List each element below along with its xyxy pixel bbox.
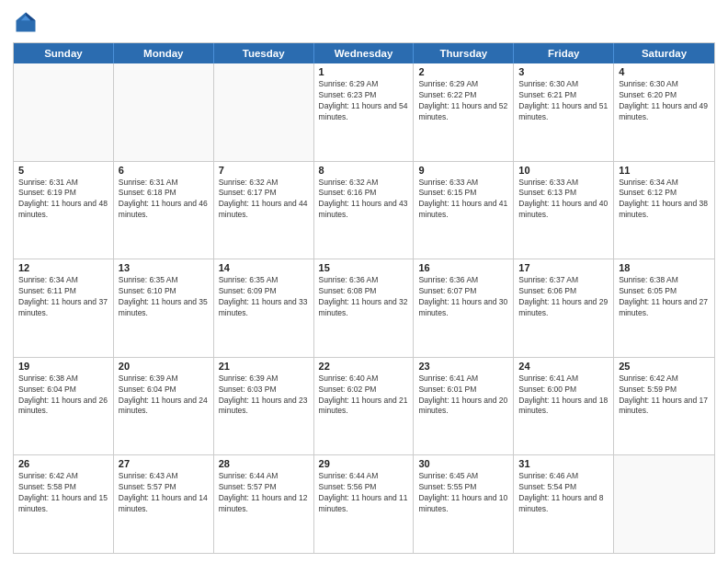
cell-info: Sunrise: 6:39 AMSunset: 6:03 PMDaylight:…: [219, 373, 309, 418]
day-number: 7: [219, 165, 309, 176]
cell-info: Sunrise: 6:41 AMSunset: 6:00 PMDaylight:…: [518, 373, 609, 418]
calendar-cell: 24Sunrise: 6:41 AMSunset: 6:00 PMDayligh…: [514, 358, 614, 455]
calendar-cell: 23Sunrise: 6:41 AMSunset: 6:01 PMDayligh…: [414, 358, 514, 455]
cell-info: Sunrise: 6:42 AMSunset: 5:58 PMDaylight:…: [18, 471, 108, 515]
cell-info: Sunrise: 6:37 AMSunset: 6:06 PMDaylight:…: [518, 275, 609, 319]
day-number: 15: [319, 262, 409, 273]
calendar-cell: [14, 63, 114, 161]
calendar-cell: 18Sunrise: 6:38 AMSunset: 6:05 PMDayligh…: [614, 259, 714, 357]
calendar-cell: [114, 63, 214, 161]
calendar-cell: 27Sunrise: 6:43 AMSunset: 5:57 PMDayligh…: [114, 455, 214, 553]
cell-info: Sunrise: 6:40 AMSunset: 6:02 PMDaylight:…: [319, 373, 409, 418]
cell-info: Sunrise: 6:46 AMSunset: 5:54 PMDaylight:…: [518, 471, 609, 515]
day-number: 4: [619, 66, 710, 77]
cell-info: Sunrise: 6:38 AMSunset: 6:04 PMDaylight:…: [18, 373, 108, 418]
cell-info: Sunrise: 6:35 AMSunset: 6:10 PMDaylight:…: [119, 275, 209, 319]
calendar-cell: 19Sunrise: 6:38 AMSunset: 6:04 PMDayligh…: [14, 358, 114, 455]
calendar-cell: 20Sunrise: 6:39 AMSunset: 6:04 PMDayligh…: [114, 358, 214, 455]
day-number: 31: [518, 458, 609, 469]
cell-info: Sunrise: 6:44 AMSunset: 5:57 PMDaylight:…: [219, 471, 309, 515]
calendar-cell: 4Sunrise: 6:30 AMSunset: 6:20 PMDaylight…: [614, 63, 714, 161]
cell-info: Sunrise: 6:34 AMSunset: 6:11 PMDaylight:…: [18, 275, 108, 319]
day-number: 18: [619, 262, 710, 273]
cell-info: Sunrise: 6:39 AMSunset: 6:04 PMDaylight:…: [119, 373, 209, 418]
cell-info: Sunrise: 6:33 AMSunset: 6:13 PMDaylight:…: [518, 178, 609, 222]
day-number: 8: [319, 165, 409, 176]
day-number: 22: [319, 361, 409, 372]
calendar-cell: 16Sunrise: 6:36 AMSunset: 6:07 PMDayligh…: [414, 259, 514, 357]
cell-info: Sunrise: 6:32 AMSunset: 6:16 PMDaylight:…: [319, 178, 409, 222]
cell-info: Sunrise: 6:44 AMSunset: 5:56 PMDaylight:…: [319, 471, 409, 515]
calendar-cell: [614, 455, 714, 553]
calendar-cell: 28Sunrise: 6:44 AMSunset: 5:57 PMDayligh…: [214, 455, 314, 553]
day-number: 28: [219, 458, 309, 469]
day-number: 26: [18, 458, 108, 469]
cell-info: Sunrise: 6:42 AMSunset: 5:59 PMDaylight:…: [619, 373, 710, 418]
calendar-cell: 9Sunrise: 6:33 AMSunset: 6:15 PMDaylight…: [414, 162, 514, 259]
weekday-header: Saturday: [614, 43, 714, 63]
calendar-cell: 12Sunrise: 6:34 AMSunset: 6:11 PMDayligh…: [14, 259, 114, 357]
day-number: 17: [518, 262, 609, 273]
day-number: 20: [119, 361, 209, 372]
cell-info: Sunrise: 6:35 AMSunset: 6:09 PMDaylight:…: [219, 275, 309, 319]
calendar-cell: 30Sunrise: 6:45 AMSunset: 5:55 PMDayligh…: [414, 455, 514, 553]
cell-info: Sunrise: 6:36 AMSunset: 6:08 PMDaylight:…: [319, 275, 409, 319]
calendar-row: 12Sunrise: 6:34 AMSunset: 6:11 PMDayligh…: [14, 259, 714, 357]
day-number: 29: [319, 458, 409, 469]
day-number: 19: [18, 361, 108, 372]
page: SundayMondayTuesdayWednesdayThursdayFrid…: [0, 0, 728, 563]
cell-info: Sunrise: 6:32 AMSunset: 6:17 PMDaylight:…: [219, 178, 309, 222]
calendar: SundayMondayTuesdayWednesdayThursdayFrid…: [13, 42, 715, 554]
weekday-header: Wednesday: [314, 43, 415, 63]
cell-info: Sunrise: 6:36 AMSunset: 6:07 PMDaylight:…: [418, 275, 508, 319]
calendar-cell: 21Sunrise: 6:39 AMSunset: 6:03 PMDayligh…: [214, 358, 314, 455]
cell-info: Sunrise: 6:31 AMSunset: 6:19 PMDaylight:…: [18, 178, 108, 222]
day-number: 16: [418, 262, 508, 273]
calendar-cell: 14Sunrise: 6:35 AMSunset: 6:09 PMDayligh…: [214, 259, 314, 357]
calendar-cell: 1Sunrise: 6:29 AMSunset: 6:23 PMDaylight…: [314, 63, 415, 161]
cell-info: Sunrise: 6:43 AMSunset: 5:57 PMDaylight:…: [119, 471, 209, 515]
day-number: 1: [319, 66, 409, 77]
weekday-header: Sunday: [14, 43, 114, 63]
day-number: 12: [18, 262, 108, 273]
calendar-row: 19Sunrise: 6:38 AMSunset: 6:04 PMDayligh…: [14, 357, 714, 455]
day-number: 30: [418, 458, 508, 469]
day-number: 13: [119, 262, 209, 273]
cell-info: Sunrise: 6:45 AMSunset: 5:55 PMDaylight:…: [418, 471, 508, 515]
calendar-cell: 25Sunrise: 6:42 AMSunset: 5:59 PMDayligh…: [614, 358, 714, 455]
cell-info: Sunrise: 6:34 AMSunset: 6:12 PMDaylight:…: [619, 178, 710, 222]
day-number: 9: [418, 165, 508, 176]
calendar-cell: 15Sunrise: 6:36 AMSunset: 6:08 PMDayligh…: [314, 259, 415, 357]
day-number: 25: [619, 361, 710, 372]
calendar-header: SundayMondayTuesdayWednesdayThursdayFrid…: [14, 43, 714, 63]
cell-info: Sunrise: 6:30 AMSunset: 6:21 PMDaylight:…: [518, 79, 609, 123]
cell-info: Sunrise: 6:38 AMSunset: 6:05 PMDaylight:…: [619, 275, 710, 319]
calendar-cell: 7Sunrise: 6:32 AMSunset: 6:17 PMDaylight…: [214, 162, 314, 259]
weekday-header: Tuesday: [214, 43, 314, 63]
day-number: 14: [219, 262, 309, 273]
calendar-cell: 31Sunrise: 6:46 AMSunset: 5:54 PMDayligh…: [514, 455, 614, 553]
day-number: 24: [518, 361, 609, 372]
weekday-header: Friday: [514, 43, 614, 63]
day-number: 2: [418, 66, 508, 77]
header: [13, 9, 715, 35]
cell-info: Sunrise: 6:41 AMSunset: 6:01 PMDaylight:…: [418, 373, 508, 418]
weekday-header: Thursday: [414, 43, 514, 63]
cell-info: Sunrise: 6:29 AMSunset: 6:23 PMDaylight:…: [319, 79, 409, 123]
day-number: 10: [518, 165, 609, 176]
cell-info: Sunrise: 6:29 AMSunset: 6:22 PMDaylight:…: [418, 79, 508, 123]
calendar-cell: 13Sunrise: 6:35 AMSunset: 6:10 PMDayligh…: [114, 259, 214, 357]
calendar-row: 1Sunrise: 6:29 AMSunset: 6:23 PMDaylight…: [14, 63, 714, 161]
calendar-cell: 22Sunrise: 6:40 AMSunset: 6:02 PMDayligh…: [314, 358, 415, 455]
calendar-cell: 3Sunrise: 6:30 AMSunset: 6:21 PMDaylight…: [514, 63, 614, 161]
calendar-cell: 29Sunrise: 6:44 AMSunset: 5:56 PMDayligh…: [314, 455, 415, 553]
day-number: 23: [418, 361, 508, 372]
day-number: 27: [119, 458, 209, 469]
calendar-cell: 10Sunrise: 6:33 AMSunset: 6:13 PMDayligh…: [514, 162, 614, 259]
calendar-cell: 6Sunrise: 6:31 AMSunset: 6:18 PMDaylight…: [114, 162, 214, 259]
calendar-cell: 8Sunrise: 6:32 AMSunset: 6:16 PMDaylight…: [314, 162, 415, 259]
day-number: 5: [18, 165, 108, 176]
weekday-header: Monday: [114, 43, 214, 63]
calendar-cell: 17Sunrise: 6:37 AMSunset: 6:06 PMDayligh…: [514, 259, 614, 357]
calendar-cell: [214, 63, 314, 161]
